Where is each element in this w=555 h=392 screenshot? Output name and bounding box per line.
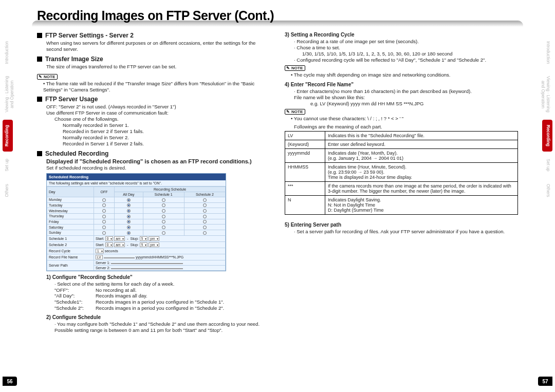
day-name: Wednesday (47, 208, 94, 214)
radio-off[interactable] (94, 197, 115, 203)
step1-off: "OFF":No recording at all. (54, 287, 270, 293)
sched-th-off: OFF (94, 187, 115, 197)
row-path-s1: Server 1: (94, 260, 226, 265)
s2-stop-ap[interactable]: pm (149, 242, 159, 247)
radio-off[interactable] (94, 219, 115, 225)
radio-allday[interactable] (115, 208, 143, 214)
radio-off[interactable] (94, 208, 115, 214)
h-sched-rec-text: Scheduled Recording (45, 150, 108, 157)
radio-s2[interactable] (184, 219, 225, 225)
step4-b1: · Enter characters(no more than 16 chara… (294, 88, 518, 95)
radio-off[interactable] (94, 230, 115, 236)
meaning-key: yyyymmdd (285, 148, 325, 162)
note-badge-2: ✎NOTE (285, 65, 305, 71)
usage-l7: Recorded in Server 1 if Server 2 fails. (63, 141, 270, 147)
meaning-table: LVIndicates this is the "Scheduled Recor… (285, 131, 518, 215)
step3-h: 3) Setting a Recording Cycle (285, 32, 518, 38)
meaning-val: Enter user defined keyword. (325, 140, 518, 148)
h-ftp-usage: FTP Server Usage (37, 96, 270, 103)
nav-tab[interactable]: Introduction (542, 36, 552, 69)
step1-b: · Select one of the setting items for ea… (54, 281, 270, 287)
row-schedule2-val: Start: 0 am - Stop: 5 pm (94, 241, 226, 248)
right-side-tabs: IntroductionViewing · Listening and Oper… (542, 36, 552, 202)
radio-s1[interactable] (143, 197, 184, 203)
radio-allday[interactable] (115, 219, 143, 225)
server2-path[interactable] (111, 268, 183, 269)
cycle-val[interactable]: 1 (96, 249, 104, 253)
nav-tab[interactable]: Introduction (3, 36, 13, 69)
page-number-left: 56 (3, 377, 17, 386)
radio-s2[interactable] (184, 202, 225, 208)
nav-tab[interactable]: Others (3, 179, 13, 202)
usage-l5: Recorded in Server 2 if Server 1 fails. (63, 128, 270, 135)
step4-h: 4) Enter "Record File Name" (285, 82, 518, 87)
nav-tab[interactable]: Viewing · Listening and Operation (542, 71, 552, 118)
p-ftp-settings: When using two servers for different pur… (46, 40, 270, 52)
meaning-val: Indicates Daylight Saving. N: Not in Day… (325, 195, 518, 214)
radio-s1[interactable] (143, 214, 184, 219)
sched-subhead: Displayed if "Scheduled Recording" is ch… (46, 158, 270, 165)
radio-allday[interactable] (115, 214, 143, 219)
radio-allday[interactable] (115, 202, 143, 208)
radio-off[interactable] (94, 202, 115, 208)
row-file-label: Record File Name (47, 254, 94, 260)
radio-allday[interactable] (115, 197, 143, 203)
step1-allday: "All Day":Records images all day. (54, 293, 270, 299)
radio-s1[interactable] (143, 219, 184, 225)
nav-tab[interactable]: Others (542, 179, 552, 202)
sched-th-s1: Schedule 1 (143, 192, 184, 197)
schedule-day-row: Wednesday (47, 208, 226, 214)
server1-path[interactable] (111, 263, 183, 264)
sched-th-group: Recording Schedule (115, 187, 226, 192)
sched-title: Scheduled Recording (47, 174, 226, 180)
file-prefix[interactable]: LV (96, 255, 103, 259)
meaning-row: HHMMSSIndicates time (Hour, Minute, Seco… (285, 162, 518, 181)
nav-tab[interactable]: Recording (542, 120, 552, 152)
nav-tab[interactable]: Recording (3, 120, 13, 152)
step1-s1: "Schedule1":Records images in a period y… (54, 299, 270, 305)
radio-s2[interactable] (184, 225, 225, 230)
radio-s1[interactable] (143, 230, 184, 236)
step1-s2: "Schedule 2":Records images in a period … (54, 305, 270, 311)
meaning-val: Indicates this is the "Scheduled Recordi… (325, 131, 518, 140)
nav-tab[interactable]: Set up (3, 154, 13, 177)
row-schedule2-label: Schedule 2 (47, 241, 94, 248)
s2-start-ap[interactable]: am (114, 242, 125, 247)
radio-off[interactable] (94, 225, 115, 230)
pencil-icon: ✎ (286, 109, 290, 114)
meaning-intro: Followings are the meaning of each part. (294, 124, 518, 130)
radio-s1[interactable] (143, 208, 184, 214)
usage-l4: Normally recorded in Server 1. (63, 122, 270, 128)
s1-stop-ap[interactable]: pm (149, 236, 159, 241)
nav-tab[interactable]: Set up (542, 154, 552, 177)
s2-start-h[interactable]: 0 (105, 242, 114, 247)
meaning-key: *** (285, 181, 325, 195)
note-text-1: • The frame rate will be reduced if the … (43, 81, 270, 93)
radio-allday[interactable] (115, 230, 143, 236)
s2-stop-h[interactable]: 5 (140, 242, 148, 247)
h-sched-rec: Scheduled Recording (37, 150, 270, 157)
row-schedule1-val: Start: 0 am - Stop: 5 pm (94, 235, 226, 241)
radio-off[interactable] (94, 214, 115, 219)
note-badge-3: ✎NOTE (285, 109, 305, 115)
note-label-1: NOTE (44, 74, 55, 79)
radio-s2[interactable] (184, 197, 225, 203)
radio-s2[interactable] (184, 208, 225, 214)
radio-s2[interactable] (184, 214, 225, 219)
radio-s2[interactable] (184, 230, 225, 236)
file-keyword[interactable] (104, 257, 135, 258)
s1-start-h[interactable]: 0 (105, 236, 114, 241)
nav-tab[interactable]: Viewing · Listening and Operation (3, 71, 13, 118)
radio-s1[interactable] (143, 202, 184, 208)
note-label-2: NOTE (291, 66, 303, 70)
radio-allday[interactable] (115, 225, 143, 230)
step3-b1: · Recording at a rate of one image per s… (294, 39, 518, 45)
h-ftp-settings-text: FTP Server Settings - Server 2 (45, 32, 134, 39)
meaning-row: (Keyword)Enter user defined keyword. (285, 140, 518, 148)
meaning-val: Indicates date (Year, Month, Day). (e.g.… (325, 148, 518, 162)
s1-start-ap[interactable]: am (114, 236, 125, 241)
radio-s1[interactable] (143, 225, 184, 230)
s1-stop-h[interactable]: 5 (140, 236, 148, 241)
row-file-val: LV yyyymmddHHMMSS***N.JPG (94, 254, 226, 260)
note-text-3: • You cannot use these characters: \ / :… (291, 116, 518, 122)
